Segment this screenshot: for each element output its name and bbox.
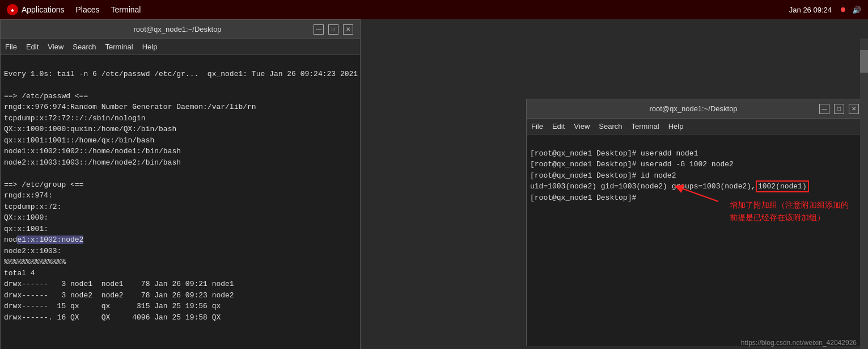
terminal-menubar-right: File Edit View Search Terminal Help [527,119,866,134]
terminal-controls-left: — □ ✕ [314,24,353,35]
line-7: node1:x:1002:1002::/home/node1:/bin/bash [4,147,181,155]
system-bar-left: ♠ Applications Places Terminal [7,4,141,15]
line-8: node2:x:1003:1003::/home/node2:/bin/bash [4,158,181,167]
clock-dot [841,7,845,12]
close-button-left[interactable]: ✕ [343,24,353,35]
menu-view-left[interactable]: View [48,43,63,51]
maximize-button-left[interactable]: □ [328,24,338,35]
cmd-line-4: [root@qx_node1 Desktop]# [530,194,641,202]
terminal-titlebar-right: root@qx_node1:~/Desktop — □ ✕ [527,99,866,119]
menu-help-right[interactable]: Help [668,122,684,131]
system-bar: ♠ Applications Places Terminal Jan 26 09… [0,0,868,19]
line-19: drwx------ 3 node1 node1 78 Jan 26 09:21… [4,280,234,288]
terminal-controls-right: — □ ✕ [819,104,859,114]
line-20: drwx------ 3 node2 node2 78 Jan 26 09:23… [4,291,234,300]
terminal-body-left: Every 1.0s: tail -n 6 /etc/passwd /etc/g… [1,55,360,349]
menu-terminal-right[interactable]: Terminal [632,122,659,131]
app-menu-places[interactable]: Places [76,5,100,14]
app-menu-terminal[interactable]: Terminal [111,5,141,14]
terminal-menubar-left: File Edit View Search Terminal Help [1,39,360,55]
menu-search-right[interactable]: Search [599,122,622,131]
line-16: node2:x:1003: [4,247,61,255]
line-12: tcpdump:x:72: [4,203,61,211]
terminal-title-left: root@qx_node1:~/Desktop [41,25,314,33]
line-9 [4,169,9,178]
line-10: ==> /etc/group <== [4,180,83,189]
maximize-button-right[interactable]: □ [834,104,844,114]
applications-label[interactable]: Applications [22,5,65,14]
terminal-window-left: root@qx_node1:~/Desktop — □ ✕ File Edit … [0,19,361,349]
line-5: QX:x:1000:1000:quxin:/home/QX:/bin/bash [4,125,176,133]
line-17: %%%%%%%%%%%%%% [4,258,66,266]
datetime-display: Jan 26 09:24 [789,6,832,14]
volume-icon: 🔊 [852,6,861,14]
menu-file-left[interactable]: File [5,43,17,51]
line-3: rngd:x:976:974:Random Number Generator D… [4,103,256,111]
scrollbar-track[interactable] [860,39,868,349]
line-22: drwx------. 16 QX QX 4096 Jan 25 19:58 Q… [4,313,221,322]
line-14: qx:x:1001: [4,225,48,233]
menu-view-right[interactable]: View [574,122,590,131]
line-13: QX:x:1000: [4,213,48,222]
desktop: root@qx_node1:~/Desktop — □ ✕ File Edit … [0,19,868,349]
terminal-titlebar-left: root@qx_node1:~/Desktop — □ ✕ [1,20,360,39]
terminal-body-right: [root@qx_node1 Desktop]# useradd node1 [… [527,134,866,346]
menu-edit-right[interactable]: Edit [552,122,565,131]
app-menu-applications[interactable]: ♠ Applications [7,4,65,15]
terminal-title-right: root@qx_node1:~/Desktop [568,104,819,113]
redhat-logo: ♠ [7,4,18,15]
cmd-line-3: uid=1003(node2) gid=1003(node2) groups=1… [530,180,809,192]
cmd-line-0: [root@qx_node1 Desktop]# useradd node1 [530,149,698,158]
menu-search-left[interactable]: Search [73,43,96,51]
line-4: tcpdump:x:72:72::/:/sbin/nologin [4,114,146,123]
menu-file-right[interactable]: File [531,122,543,131]
terminal-label[interactable]: Terminal [111,5,141,14]
line-6: qx:x:1001:1001::/home/qx:/bin/bash [4,136,154,145]
line-15: node1:x:1002:node2 [4,236,83,244]
close-button-right[interactable]: ✕ [849,104,859,114]
menu-terminal-left[interactable]: Terminal [105,43,133,51]
minimize-button-left[interactable]: — [314,24,324,35]
menu-help-left[interactable]: Help [142,43,158,51]
cmd-line-1: [root@qx_node1 Desktop]# useradd -G 1002… [530,160,734,169]
scrollbar-thumb[interactable] [860,50,868,73]
places-label[interactable]: Places [76,5,100,14]
system-bar-right: Jan 26 09:24 🔊 [789,6,861,14]
line-21: drwx------ 15 qx qx 315 Jan 25 19:56 qx [4,302,221,310]
line-11: rngd:x:974: [4,191,53,200]
minimize-button-right[interactable]: — [819,104,829,114]
cmd-line-2: [root@qx_node1 Desktop]# id node2 [530,171,676,180]
line-1 [4,81,9,89]
menu-edit-left[interactable]: Edit [26,43,39,51]
csdn-watermark: https://blog.csdn.net/weixin_42042926 [741,339,857,347]
terminal-window-right: root@qx_node1:~/Desktop — □ ✕ File Edit … [526,99,866,346]
line-2: ==> /etc/passwd <== [4,92,88,100]
line-18: total 4 [4,269,35,277]
line-0: Every 1.0s: tail -n 6 /etc/passwd /etc/g… [4,70,358,78]
